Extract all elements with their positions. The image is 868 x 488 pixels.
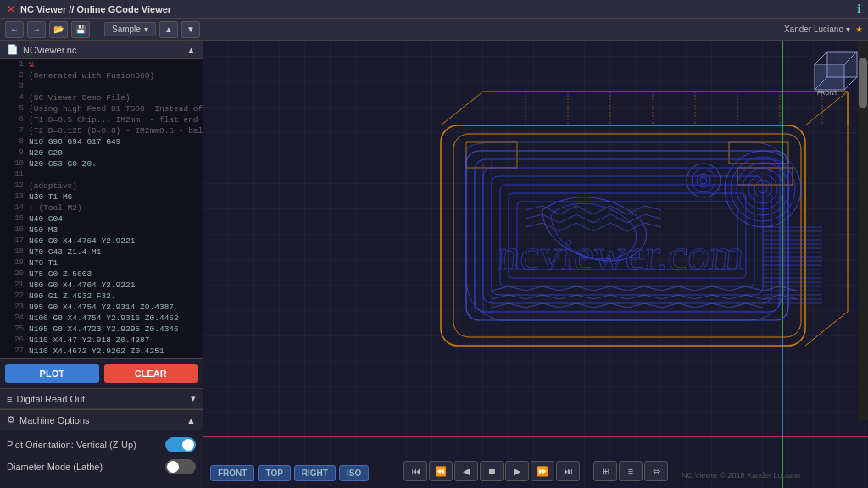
line-number: 6 [3, 114, 24, 125]
line-number: 16 [3, 225, 24, 236]
close-icon[interactable]: ✕ [7, 3, 15, 15]
settings-button[interactable]: ≡ [619, 461, 643, 481]
line-content: N79 T1 [29, 258, 58, 269]
line-number: 20 [3, 269, 24, 280]
line-content: N20 G20 [29, 147, 63, 158]
open-button[interactable]: 📂 [49, 21, 68, 38]
svg-rect-65 [827, 52, 857, 77]
measure-button[interactable]: ⇔ [644, 461, 668, 481]
forward-button[interactable]: → [27, 21, 46, 38]
view-button-front[interactable]: FRONT [210, 465, 254, 481]
titlebar-left: ✕ NC Viewer // Online GCode Viewer [7, 3, 171, 15]
code-line: 14; (Tool M2) [0, 202, 203, 214]
rewind-button[interactable]: ⏮ [403, 461, 427, 481]
code-line: 16N50 M3 [0, 225, 203, 236]
code-line: 26N110 X4.47 Y2.918 Z0.4287 [0, 335, 203, 346]
file-icon: 📄 [7, 44, 19, 55]
mo-header[interactable]: ⚙ Machine Options ▲ [0, 410, 203, 430]
svg-line-69 [844, 77, 857, 90]
line-content: (Generated with Fusion360) [29, 70, 154, 81]
stop-button[interactable]: ⏹ [480, 461, 504, 481]
star-icon[interactable]: ★ [855, 25, 863, 34]
dro-header[interactable]: ≡ Digital Read Out ▾ [0, 389, 203, 409]
code-line: 10N20 G53 G0 Z0. [0, 158, 203, 169]
svg-point-63 [700, 177, 707, 184]
svg-line-2 [441, 92, 483, 125]
code-line: 21N80 G0 X4.4764 Y2.9221 [0, 280, 203, 291]
info-icon[interactable]: ℹ [857, 3, 861, 15]
plot-clear-area: PLOT CLEAR [0, 358, 203, 388]
view-scrollbar[interactable] [858, 41, 868, 420]
code-line: 24N100 G0 X4.4754 Y2.9316 Z0.4452 [0, 313, 203, 324]
line-number: 11 [3, 169, 24, 180]
code-line: 20N75 G0 Z.5003 [0, 269, 203, 280]
line-number: 23 [3, 302, 24, 313]
fast-forward-button[interactable]: ⏩ [531, 461, 554, 481]
save-button[interactable]: 💾 [71, 21, 90, 38]
view-button-iso[interactable]: ISO [339, 465, 369, 481]
code-line: 12(adaptive) [0, 180, 203, 191]
end-button[interactable]: ⏭ [556, 461, 580, 481]
view-area[interactable]: ncviewer.com [203, 41, 868, 488]
app-title: NC Viewer // Online GCode Viewer [20, 4, 171, 14]
cube-widget[interactable]: FRONT [810, 47, 861, 98]
line-content: (NC Viewer Demo File) [29, 92, 131, 103]
clear-button[interactable]: CLEAR [104, 364, 198, 383]
user-name: Xander Luciano [784, 25, 843, 34]
plot-orientation-toggle[interactable] [165, 437, 196, 452]
view-button-top[interactable]: TOP [258, 465, 290, 481]
line-number: 3 [3, 81, 24, 92]
svg-text:ncviewer.com: ncviewer.com [496, 230, 746, 279]
step-back-button[interactable]: ⏪ [429, 461, 453, 481]
line-number: 15 [3, 214, 24, 225]
left-panel: 📄 NCViewer.nc ▲ 1%2(Generated with Fusio… [0, 41, 203, 488]
code-line: 18N70 G43 Z1.4 M1 [0, 247, 203, 258]
code-line: 25N105 G0 X4.4723 Y2.9295 Z0.4346 [0, 324, 203, 335]
line-number: 1 [3, 59, 24, 70]
plot-orientation-label: Plot Orientation: Vertical (Z-Up) [7, 440, 136, 450]
line-number: 8 [3, 136, 24, 147]
user-dropdown[interactable]: Xander Luciano ▾ [784, 25, 850, 34]
sample-button[interactable]: Sample ▾ [104, 22, 156, 36]
line-number: 5 [3, 103, 24, 114]
code-line: 7(T2 D=0.125 (D=0.8) - IM2mm0.5 - ball e… [0, 125, 203, 136]
play-forward-button[interactable]: ▶ [505, 461, 529, 481]
machine-options-section: ⚙ Machine Options ▲ Plot Orientation: Ve… [0, 409, 203, 488]
code-line: 19N79 T1 [0, 258, 203, 269]
line-number: 18 [3, 247, 24, 258]
plot-button[interactable]: PLOT [5, 364, 99, 383]
line-content: (T2 D=0.125 (D=0.8) - IM2mm0.5 - ball en… [29, 125, 203, 136]
view-control-button-group: ⊞ ≡ ⇔ [593, 461, 668, 481]
line-number: 26 [3, 335, 24, 346]
svg-line-4 [805, 312, 848, 346]
line-content: N70 G43 Z1.4 M1 [29, 247, 102, 258]
svg-point-61 [692, 169, 715, 192]
toolbar: ← → 📂 💾 Sample ▾ ▲ ▼ Xander Luciano ▾ ★ [0, 19, 868, 41]
align-button[interactable]: ⊞ [593, 461, 617, 481]
line-number: 22 [3, 291, 24, 302]
line-content: N100 G0 X4.4754 Y2.9316 Z0.4452 [29, 313, 179, 324]
svg-line-66 [815, 52, 827, 64]
download-button[interactable]: ▼ [181, 21, 200, 38]
line-number: 13 [3, 191, 24, 202]
digital-readout-section: ≡ Digital Read Out ▾ [0, 388, 203, 409]
collapse-icon[interactable]: ▲ [186, 45, 196, 55]
mo-icon: ⚙ [7, 414, 15, 425]
diameter-mode-toggle[interactable] [165, 459, 196, 474]
diameter-mode-row: Diameter Mode (Lathe) [7, 459, 196, 474]
back-button[interactable]: ← [5, 21, 24, 38]
code-line: 1% [0, 59, 203, 70]
code-editor[interactable]: 1%2(Generated with Fusion360)34(NC Viewe… [0, 59, 203, 358]
sample-label: Sample [112, 25, 141, 34]
mo-toggle-icon: ▲ [186, 415, 196, 425]
upload-button[interactable]: ▲ [159, 21, 178, 38]
user-dropdown-icon: ▾ [846, 25, 850, 34]
dro-header-left: ≡ Digital Read Out [7, 394, 85, 404]
play-back-button[interactable]: ◀ [454, 461, 478, 481]
user-info: Xander Luciano ▾ ★ [784, 25, 863, 34]
view-button-right[interactable]: RIGHT [294, 465, 336, 481]
code-line: 5(Using high Feed G1 T580. Instead of G0… [0, 103, 203, 114]
plot-orientation-row: Plot Orientation: Vertical (Z-Up) [7, 437, 196, 452]
line-number: 19 [3, 258, 24, 269]
scrollbar-thumb[interactable] [859, 58, 867, 108]
